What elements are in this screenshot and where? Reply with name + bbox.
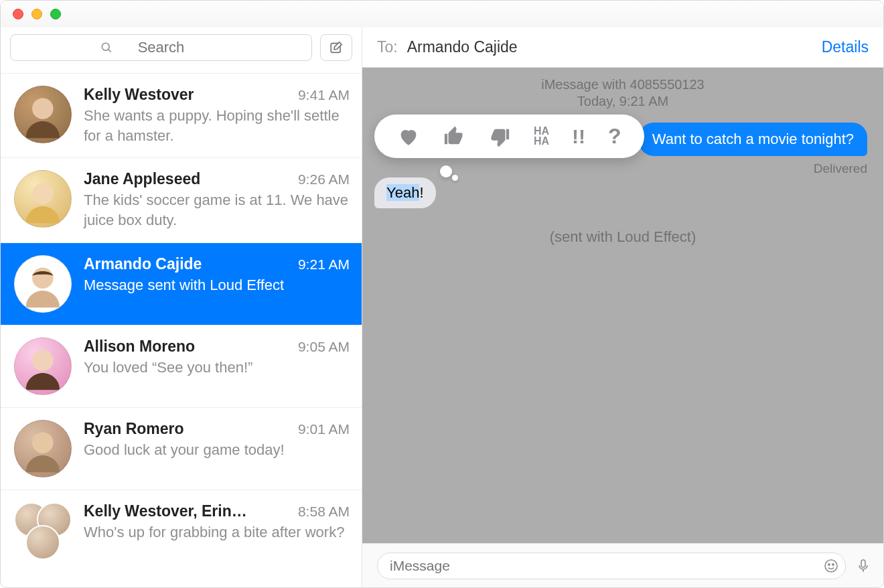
search-icon — [100, 41, 113, 54]
conversation-name: Kelly Westover — [84, 86, 194, 104]
microphone-icon[interactable] — [855, 556, 871, 576]
to-name: Armando Cajide — [407, 38, 822, 56]
sidebar-toolbar — [1, 27, 362, 73]
tapback-popover: HA HA !! ? — [374, 115, 644, 158]
window-close-button[interactable] — [13, 9, 23, 19]
conversation-item-ryan[interactable]: Ryan Romero 9:01 AM Good luck at your ga… — [1, 407, 362, 490]
search-input[interactable] — [10, 34, 312, 61]
avatar — [14, 86, 72, 143]
message-input[interactable] — [377, 553, 846, 579]
details-button[interactable]: Details — [822, 38, 869, 56]
conversation-item-allison[interactable]: Allison Moreno 9:05 AM You loved “See yo… — [1, 325, 362, 407]
svg-point-6 — [32, 350, 53, 371]
conversation-name: Ryan Romero — [84, 420, 184, 438]
incoming-message-wrap: Yeah! — [374, 177, 436, 208]
svg-line-1 — [108, 50, 110, 52]
svg-rect-11 — [861, 560, 865, 567]
outgoing-message-bubble[interactable]: Want to catch a movie tonight? — [639, 123, 867, 156]
conversation-time: 8:58 AM — [298, 504, 350, 520]
chat-transcript[interactable]: iMessage with 4085550123 Today, 9:21 AM … — [362, 68, 883, 543]
delivered-label: Delivered — [814, 161, 867, 176]
compose-bar — [362, 543, 883, 587]
tapback-question-icon[interactable]: ? — [608, 124, 621, 149]
search-field-wrap — [10, 34, 312, 61]
to-label: To: — [377, 38, 398, 56]
conversation-time: 9:41 AM — [298, 87, 350, 103]
incoming-message-bubble[interactable]: Yeah! — [374, 177, 436, 208]
conversation-sidebar: Kelly Westover 9:41 AM She wants a puppy… — [1, 27, 362, 587]
compose-button[interactable] — [320, 34, 352, 61]
conversation-item-jane[interactable]: Jane Appleseed 9:26 AM The kids' soccer … — [1, 157, 362, 242]
avatar-group — [14, 502, 72, 560]
window-minimize-button[interactable] — [31, 9, 42, 19]
incoming-text-rest: ! — [419, 184, 423, 201]
conversation-preview: Who's up for grabbing a bite after work? — [84, 522, 350, 542]
avatar — [14, 170, 72, 228]
window-fullscreen-button[interactable] — [50, 9, 61, 19]
window-titlebar — [1, 1, 883, 27]
tapback-emphasize-icon[interactable]: !! — [572, 125, 585, 148]
svg-point-4 — [32, 183, 53, 204]
conversation-preview: You loved “See you then!” — [84, 358, 350, 378]
avatar — [14, 338, 72, 395]
conversation-time: 9:26 AM — [298, 171, 350, 188]
svg-point-9 — [828, 563, 830, 565]
svg-point-0 — [102, 43, 109, 50]
chat-timestamp: Today, 9:21 AM — [362, 94, 883, 109]
emoji-picker-icon[interactable] — [823, 558, 839, 574]
conversation-name: Armando Cajide — [84, 255, 202, 273]
tapback-thumbs-down-icon[interactable] — [488, 125, 511, 148]
conversation-time: 9:05 AM — [298, 339, 350, 355]
messages-window: Kelly Westover 9:41 AM She wants a puppy… — [0, 0, 884, 588]
compose-icon — [329, 40, 344, 55]
chat-thread-label: iMessage with 4085550123 — [362, 77, 883, 92]
svg-point-7 — [32, 433, 53, 453]
conversation-name: Jane Appleseed — [84, 170, 200, 188]
conversation-item-kelly[interactable]: Kelly Westover 9:41 AM She wants a puppy… — [1, 73, 362, 157]
svg-point-8 — [825, 560, 837, 572]
avatar — [14, 255, 72, 313]
conversation-preview: She wants a puppy. Hoping she'll settle … — [84, 106, 350, 145]
conversation-name: Allison Moreno — [84, 338, 195, 356]
conversation-name: Kelly Westover, Erin… — [84, 502, 247, 520]
tapback-haha-icon[interactable]: HA HA — [534, 127, 549, 146]
conversation-preview: The kids' soccer game is at 11. We have … — [84, 190, 350, 230]
conversation-time: 9:01 AM — [298, 421, 350, 437]
conversation-preview: Good luck at your game today! — [84, 440, 350, 460]
incoming-text-selected: Yeah — [386, 184, 419, 201]
conversation-list: Kelly Westover 9:41 AM She wants a puppy… — [1, 73, 362, 587]
chat-header: To: Armando Cajide Details — [362, 27, 883, 68]
conversation-preview: Message sent with Loud Effect — [84, 275, 350, 295]
svg-point-10 — [832, 563, 834, 565]
conversation-time: 9:21 AM — [298, 256, 350, 273]
conversation-item-group[interactable]: Kelly Westover, Erin… 8:58 AM Who's up f… — [1, 490, 362, 572]
svg-point-5 — [32, 268, 53, 289]
svg-point-3 — [32, 98, 53, 119]
chat-column: To: Armando Cajide Details iMessage with… — [362, 27, 883, 587]
conversation-item-armando[interactable]: Armando Cajide 9:21 AM Message sent with… — [1, 242, 362, 325]
avatar — [14, 420, 72, 477]
tapback-heart-icon[interactable] — [397, 125, 420, 148]
tapback-thumbs-up-icon[interactable] — [443, 125, 465, 148]
effect-label: (sent with Loud Effect) — [362, 228, 883, 246]
tapback-tail — [437, 164, 464, 184]
